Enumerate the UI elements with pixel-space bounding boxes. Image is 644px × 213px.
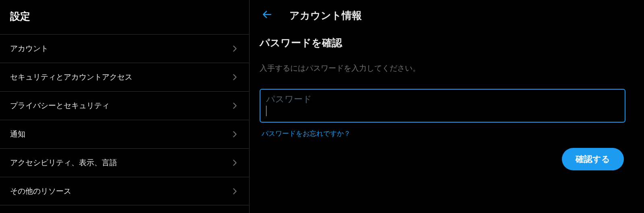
chevron-right-icon: [230, 158, 239, 167]
main-header: アカウント情報: [250, 0, 632, 34]
confirm-password-section: パスワードを確認 入手するにはパスワードを入力してください。: [250, 34, 632, 89]
chevron-right-icon: [230, 44, 239, 53]
chevron-right-icon: [230, 101, 239, 110]
sidebar-item-privacy[interactable]: プライバシーとセキュリティ: [0, 91, 249, 120]
text-cursor: [266, 106, 266, 116]
sidebar-item-label: その他のリソース: [10, 186, 71, 197]
confirm-button[interactable]: 確認する: [562, 148, 624, 170]
chevron-right-icon: [230, 187, 239, 196]
section-description: 入手するにはパスワードを入力してください。: [260, 63, 622, 74]
forgot-password-link[interactable]: パスワードをお忘れですか？: [262, 129, 632, 138]
page-title: アカウント情報: [289, 9, 362, 22]
sidebar-title: 設定: [0, 0, 249, 34]
sidebar-item-label: セキュリティとアカウントアクセス: [10, 72, 132, 82]
back-button[interactable]: [260, 8, 274, 23]
section-heading: パスワードを確認: [260, 36, 622, 49]
settings-sidebar: 設定 アカウント セキュリティとアカウントアクセス プライバシーとセキュリティ …: [0, 0, 250, 213]
chevron-right-icon: [230, 73, 239, 82]
arrow-left-icon: [262, 9, 272, 21]
sidebar-item-notifications[interactable]: 通知: [0, 120, 249, 148]
password-label: パスワード: [266, 94, 619, 104]
sidebar-item-label: 通知: [10, 129, 25, 139]
sidebar-item-security-access[interactable]: セキュリティとアカウントアクセス: [0, 63, 249, 91]
action-row: 確認する: [250, 148, 632, 170]
main-panel: アカウント情報 パスワードを確認 入手するにはパスワードを入力してください。 パ…: [250, 0, 644, 213]
chevron-right-icon: [230, 130, 239, 139]
sidebar-item-label: アカウント: [10, 43, 48, 54]
sidebar-item-label: プライバシーとセキュリティ: [10, 100, 109, 111]
sidebar-item-label: アクセシビリティ、表示、言語: [10, 158, 117, 168]
sidebar-item-accessibility[interactable]: アクセシビリティ、表示、言語: [0, 148, 249, 177]
sidebar-item-account[interactable]: アカウント: [0, 34, 249, 63]
sidebar-item-more-resources[interactable]: その他のリソース: [0, 177, 249, 205]
password-input-row: [266, 104, 619, 116]
password-field[interactable]: パスワード: [260, 89, 625, 123]
